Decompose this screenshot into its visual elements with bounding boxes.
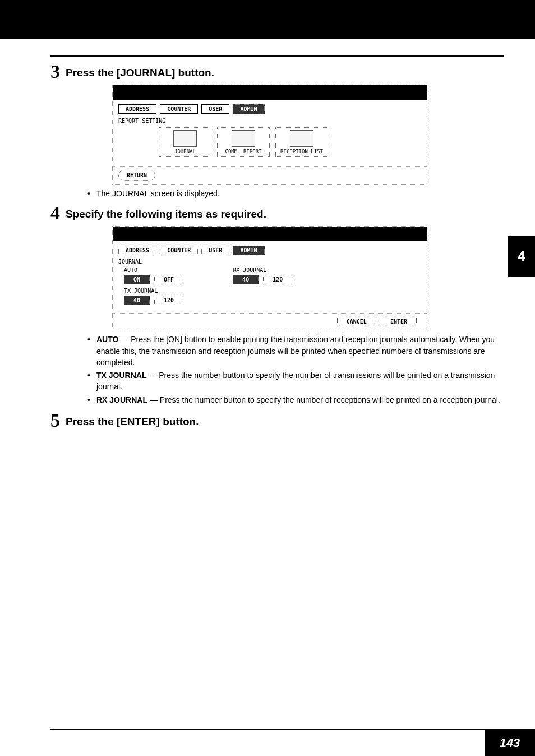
tx-120-button[interactable]: 120 bbox=[154, 296, 183, 305]
tab-counter-2[interactable]: COUNTER bbox=[160, 246, 198, 255]
reception-list-icon bbox=[290, 130, 313, 147]
auto-label: AUTO bbox=[124, 267, 188, 273]
cancel-button[interactable]: CANCEL bbox=[337, 317, 376, 326]
auto-on-button[interactable]: ON bbox=[124, 275, 150, 284]
explain-auto: AUTO — Press the [ON] button to enable p… bbox=[86, 334, 504, 368]
header-black-bar bbox=[0, 0, 535, 39]
step-3-title: Press the [JOURNAL] button. bbox=[66, 62, 214, 79]
journal-label: JOURNAL bbox=[174, 149, 196, 154]
step-5-title: Press the [ENTER] button. bbox=[66, 411, 199, 428]
tab-user-2[interactable]: USER bbox=[201, 246, 229, 255]
step-4-number: 4 bbox=[50, 204, 60, 223]
tx-journal-label: TX JOURNAL bbox=[124, 288, 188, 294]
tab-user[interactable]: USER bbox=[201, 104, 229, 114]
tab-admin[interactable]: ADMIN bbox=[233, 104, 264, 114]
return-button[interactable]: RETURN bbox=[118, 170, 155, 181]
step-3-number: 3 bbox=[50, 62, 60, 81]
journal-icon bbox=[173, 130, 197, 147]
comm-report-icon bbox=[232, 130, 255, 147]
tab-admin-2[interactable]: ADMIN bbox=[233, 246, 264, 255]
step-5-number: 5 bbox=[50, 411, 60, 430]
rule-top bbox=[50, 55, 504, 57]
rx-journal-label: RX JOURNAL bbox=[233, 267, 297, 273]
journal-subtitle: JOURNAL bbox=[118, 259, 421, 265]
screenshot-report-setting: ADDRESS COUNTER USER ADMIN REPORT SETTIN… bbox=[112, 85, 427, 185]
screenshot-journal-settings: ADDRESS COUNTER USER ADMIN JOURNAL AUTO … bbox=[112, 226, 427, 330]
note-journal-displayed: The JOURNAL screen is displayed. bbox=[86, 188, 504, 199]
rx-40-button[interactable]: 40 bbox=[233, 275, 259, 284]
tab-address-2[interactable]: ADDRESS bbox=[118, 246, 156, 255]
report-setting-label: REPORT SETTING bbox=[118, 118, 421, 124]
auto-off-button[interactable]: OFF bbox=[154, 275, 183, 284]
enter-button[interactable]: ENTER bbox=[381, 317, 417, 326]
tab-address[interactable]: ADDRESS bbox=[118, 104, 156, 114]
chapter-side-tab: 4 bbox=[508, 236, 535, 277]
tab-counter[interactable]: COUNTER bbox=[160, 104, 198, 114]
journal-button[interactable]: JOURNAL bbox=[159, 127, 211, 157]
explain-rx: RX JOURNAL — Press the number button to … bbox=[86, 394, 504, 405]
explain-tx: TX JOURNAL — Press the number button to … bbox=[86, 370, 504, 393]
step-4-title: Specify the following items as required. bbox=[66, 204, 266, 220]
comm-report-button[interactable]: COMM. REPORT bbox=[217, 127, 270, 157]
tx-40-button[interactable]: 40 bbox=[124, 296, 150, 305]
rx-120-button[interactable]: 120 bbox=[263, 275, 292, 284]
reception-list-button[interactable]: RECEPTION LIST bbox=[275, 127, 328, 157]
reception-list-label: RECEPTION LIST bbox=[280, 149, 323, 154]
comm-report-label: COMM. REPORT bbox=[225, 149, 261, 154]
